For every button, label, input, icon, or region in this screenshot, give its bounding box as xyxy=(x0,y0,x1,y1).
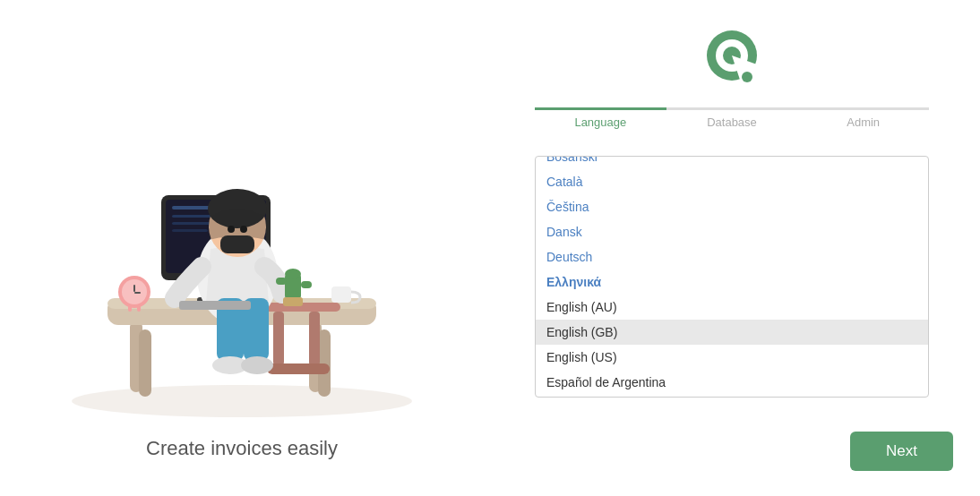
step-database: Database xyxy=(666,107,798,129)
svg-rect-18 xyxy=(267,363,330,374)
step-label-admin: Admin xyxy=(847,115,880,129)
step-bar-admin xyxy=(797,107,929,110)
svg-rect-16 xyxy=(273,312,284,365)
language-item[interactable]: Čeština xyxy=(536,194,928,219)
language-item[interactable]: English (AU) xyxy=(536,295,928,320)
step-language: Language xyxy=(535,107,666,129)
language-item[interactable]: Español de Argentina xyxy=(536,370,928,395)
language-item[interactable]: English (GB) xyxy=(536,320,928,345)
app-logo xyxy=(701,27,763,90)
steps-indicator: Language Database Admin xyxy=(535,107,929,129)
svg-point-24 xyxy=(240,226,247,233)
right-panel: Language Database Admin العربيةAzərbayca… xyxy=(484,0,980,496)
svg-rect-17 xyxy=(309,312,320,365)
svg-point-37 xyxy=(285,269,301,279)
step-bar-language xyxy=(535,107,666,110)
svg-rect-3 xyxy=(139,329,151,397)
svg-point-0 xyxy=(72,385,412,417)
svg-point-45 xyxy=(742,72,752,82)
illustration xyxy=(45,70,439,428)
svg-rect-39 xyxy=(301,281,312,288)
svg-rect-29 xyxy=(179,301,251,310)
step-bar-database xyxy=(666,107,798,110)
next-button[interactable]: Next xyxy=(850,432,953,471)
language-item[interactable]: Ελληνικά xyxy=(536,269,928,295)
step-label-database: Database xyxy=(707,115,757,129)
language-item[interactable]: English (US) xyxy=(536,345,928,370)
svg-rect-41 xyxy=(331,286,351,303)
svg-rect-34 xyxy=(128,304,132,312)
svg-rect-22 xyxy=(220,235,254,253)
language-item[interactable]: Català xyxy=(536,169,928,194)
language-list-container: العربيةAzərbaycanбългарскиবাংলাBosanskiC… xyxy=(535,156,929,398)
svg-rect-40 xyxy=(283,297,303,306)
language-item[interactable]: Bosanski xyxy=(536,157,928,169)
svg-rect-33 xyxy=(134,292,141,294)
svg-rect-35 xyxy=(137,304,141,312)
step-admin: Admin xyxy=(797,107,929,129)
svg-rect-38 xyxy=(276,278,287,285)
svg-point-23 xyxy=(228,226,235,233)
step-label-language: Language xyxy=(574,115,626,129)
svg-rect-12 xyxy=(172,215,212,218)
svg-rect-14 xyxy=(172,229,208,232)
left-panel: Create invoices easily xyxy=(0,0,484,496)
svg-rect-4 xyxy=(318,329,331,397)
language-item[interactable]: Deutsch xyxy=(536,244,928,269)
language-list[interactable]: العربيةAzərbaycanбългарскиবাংলাBosanskiC… xyxy=(536,157,928,397)
svg-point-28 xyxy=(241,356,273,374)
language-item[interactable]: Dansk xyxy=(536,219,928,244)
svg-rect-32 xyxy=(133,285,135,292)
caption: Create invoices easily xyxy=(146,437,338,460)
